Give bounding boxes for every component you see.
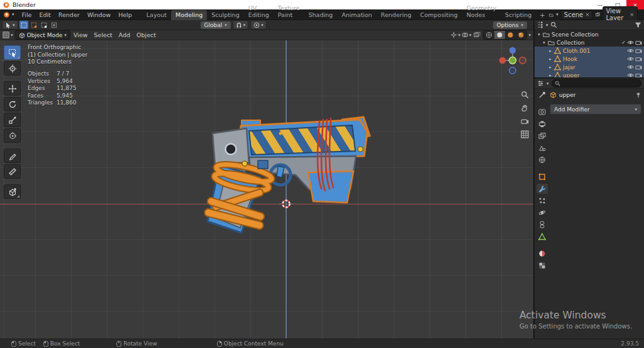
tab-view-layer[interactable] — [536, 131, 548, 141]
add-modifier-button[interactable]: Add Modifier ▾ — [550, 104, 641, 115]
twisty-icon[interactable]: ▸ — [548, 57, 553, 62]
tab-geometry-nodes[interactable]: Geometry Nodes — [462, 3, 501, 20]
zoom-view-button[interactable] — [519, 89, 530, 99]
menu-render[interactable]: Render — [55, 11, 84, 18]
viewport-canvas[interactable]: Front Orthographic (1) Collection | uppe… — [0, 40, 533, 339]
filter-icon[interactable] — [635, 21, 641, 28]
unlink-scene-icon[interactable]: × — [585, 11, 590, 18]
hide-eye-icon[interactable] — [627, 55, 634, 62]
menu-add[interactable]: Add — [116, 31, 133, 38]
app-menu-button[interactable]: ▾ — [0, 11, 18, 18]
shading-rendered-button[interactable] — [516, 31, 526, 39]
options-dropdown[interactable]: Options ▾ — [493, 21, 527, 29]
gizmo-x-axis[interactable] — [499, 57, 506, 64]
tab-shading[interactable]: Shading — [304, 10, 338, 20]
select-mode-subtract-button[interactable] — [40, 21, 48, 29]
properties-search[interactable] — [552, 79, 641, 87]
tab-rendering[interactable]: Rendering — [377, 10, 416, 20]
outliner-row-object[interactable]: ▸ Hook — [535, 55, 644, 63]
proportional-edit-toggle[interactable]: ▾ — [250, 20, 267, 30]
twisty-icon[interactable]: ▸ — [548, 65, 553, 70]
gizmo-z-axis[interactable] — [509, 47, 516, 53]
properties-editor-icon[interactable] — [537, 80, 544, 87]
view-layer-icon[interactable] — [596, 11, 601, 18]
show-overlays-toggle[interactable]: ▾ — [462, 31, 472, 38]
tab-texture[interactable] — [536, 261, 548, 271]
tool-scale[interactable] — [4, 113, 21, 127]
tool-select-box[interactable] — [4, 45, 21, 60]
twisty-icon[interactable]: ▾ — [541, 40, 547, 45]
pin-icon[interactable] — [635, 92, 641, 98]
select-mode-extend-button[interactable] — [30, 21, 38, 29]
transform-orientation-dropdown[interactable]: Global ▾ — [201, 21, 231, 29]
gizmo-x-neg-axis[interactable] — [519, 57, 526, 64]
render-visibility-icon[interactable] — [635, 47, 642, 54]
outliner-row-collection[interactable]: ▾ Collection ✓ — [535, 38, 644, 47]
search-input[interactable] — [562, 81, 638, 87]
interaction-mode-dropdown[interactable]: Object Mode ▾ — [15, 30, 70, 40]
render-visibility-icon[interactable] — [635, 55, 642, 62]
gizmo-y-axis[interactable] — [509, 57, 516, 64]
shading-solid-button[interactable] — [494, 31, 505, 39]
tool-measure[interactable] — [4, 164, 21, 179]
tool-rotate[interactable] — [4, 97, 21, 111]
twisty-icon[interactable]: ▸ — [548, 73, 553, 78]
tab-physics[interactable] — [536, 208, 548, 218]
remove-view-layer-icon[interactable]: × — [630, 11, 635, 18]
shading-wireframe-button[interactable] — [484, 31, 494, 39]
hide-eye-icon[interactable] — [627, 47, 634, 54]
search-icon[interactable] — [550, 21, 557, 28]
tab-constraints[interactable] — [536, 220, 548, 230]
hide-eye-icon[interactable] — [627, 72, 634, 77]
twisty-icon[interactable]: ▸ — [548, 48, 553, 53]
add-workspace-button[interactable]: + — [536, 11, 548, 20]
outliner-row-object[interactable]: ▸ jajar — [535, 63, 644, 71]
menu-select[interactable]: Select — [91, 31, 115, 38]
tab-texture-paint[interactable]: Texture Paint — [274, 3, 304, 20]
menu-object[interactable]: Object — [133, 31, 159, 38]
render-visibility-icon[interactable] — [635, 39, 642, 46]
exclude-checkbox[interactable]: ✓ — [621, 40, 626, 45]
tab-tool[interactable] — [536, 90, 548, 100]
navigation-gizmo[interactable] — [499, 45, 526, 76]
hide-eye-icon[interactable] — [627, 39, 634, 46]
menu-window[interactable]: Window — [84, 11, 114, 18]
chevron-down-icon[interactable]: ▾ — [547, 81, 549, 86]
chevron-down-icon[interactable]: ▾ — [528, 33, 531, 38]
render-visibility-icon[interactable] — [635, 72, 642, 77]
toggle-ortho-button[interactable] — [519, 129, 530, 139]
menu-view[interactable]: View — [70, 31, 91, 38]
tab-modifiers[interactable] — [536, 184, 548, 194]
camera-view-button[interactable] — [519, 116, 530, 126]
snap-toggle[interactable]: ▾ — [233, 20, 249, 30]
select-mode-set-button[interactable] — [19, 21, 28, 29]
tab-modeling[interactable]: Modeling — [171, 10, 207, 20]
tab-uv-editing[interactable]: UV Editing — [244, 3, 274, 20]
gizmo-z-neg-axis[interactable] — [509, 67, 516, 74]
outliner-row-object[interactable]: ▸ upper — [535, 71, 644, 77]
tab-world[interactable] — [536, 155, 548, 165]
outliner-editor-icon[interactable] — [537, 21, 544, 28]
tab-object[interactable] — [536, 172, 548, 182]
outliner-row-scene-collection[interactable]: ▾ Scene Collection — [535, 30, 644, 38]
twisty-icon[interactable]: ▾ — [536, 32, 541, 37]
tab-layout[interactable]: Layout — [142, 10, 171, 20]
scene-datablock[interactable]: Scene × — [561, 10, 593, 20]
tool-cursor[interactable] — [4, 61, 21, 76]
active-tool-dropdown[interactable]: ▾ — [2, 20, 18, 30]
tab-compositing[interactable]: Compositing — [416, 10, 462, 20]
editor-type-dropdown[interactable]: ▾ — [3, 31, 13, 38]
xray-toggle[interactable] — [472, 31, 482, 39]
tool-annotate[interactable] — [4, 149, 21, 163]
tab-output[interactable] — [536, 119, 548, 129]
menu-file[interactable]: File — [18, 11, 36, 18]
tab-scripting[interactable]: Scripting — [501, 10, 536, 20]
tab-particles[interactable] — [536, 196, 548, 206]
chevron-down-icon[interactable]: ▾ — [546, 23, 548, 28]
tab-animation[interactable]: Animation — [337, 10, 376, 20]
tab-scene[interactable] — [536, 143, 548, 153]
tab-material[interactable] — [536, 249, 548, 259]
tab-sculpting[interactable]: Sculpting — [207, 10, 243, 20]
pan-view-button[interactable] — [519, 103, 530, 113]
show-gizmo-toggle[interactable]: ▾ — [450, 31, 460, 38]
